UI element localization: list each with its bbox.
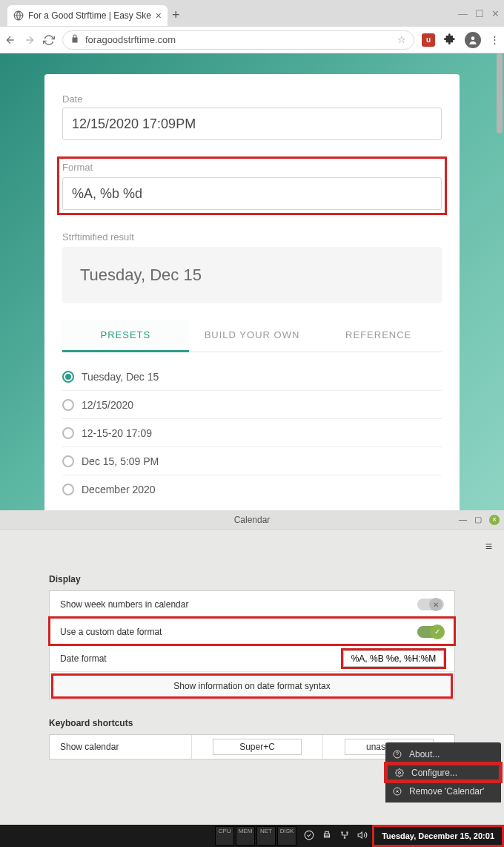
weeknums-toggle[interactable] bbox=[417, 599, 444, 610]
help-icon bbox=[393, 750, 403, 759]
display-heading: Display bbox=[49, 574, 455, 584]
kbd-heading: Keyboard shortcuts bbox=[49, 718, 455, 728]
date-input[interactable] bbox=[62, 108, 442, 140]
scrollbar[interactable] bbox=[497, 53, 503, 510]
menu-icon[interactable]: ⋮ bbox=[490, 34, 500, 45]
ctx-configure[interactable]: Configure... bbox=[385, 763, 501, 782]
remove-icon bbox=[393, 787, 403, 796]
tab-build-your-own[interactable]: BUILD YOUR OWN bbox=[189, 320, 316, 352]
window-buttons: — ☐ ✕ bbox=[458, 8, 500, 19]
preset-row[interactable]: Dec 15, 5:09 PM bbox=[62, 447, 442, 475]
preset-row[interactable]: December 2020 bbox=[62, 475, 442, 504]
info-button[interactable]: Show information on date format syntax bbox=[53, 675, 451, 697]
date-format-input[interactable] bbox=[343, 650, 444, 667]
url-text: foragoodstrftime.com bbox=[85, 34, 176, 45]
row-info: Show information on date format syntax bbox=[50, 671, 454, 699]
svg-rect-7 bbox=[341, 831, 342, 833]
tray-printer-icon[interactable] bbox=[322, 830, 332, 842]
extensions-icon[interactable] bbox=[444, 33, 456, 47]
cal-title: Calendar bbox=[234, 515, 271, 525]
presets-list: Tuesday, Dec 15 12/15/2020 12-15-20 17:0… bbox=[62, 363, 442, 504]
new-tab-button[interactable]: + bbox=[172, 7, 180, 23]
meter-disk: DISK bbox=[277, 826, 296, 846]
reload-button[interactable] bbox=[43, 34, 55, 46]
date-label: Date bbox=[62, 93, 442, 105]
row-custom-format: Use a custom date format bbox=[50, 618, 454, 645]
tray-updates-icon[interactable] bbox=[304, 830, 314, 842]
svg-rect-6 bbox=[325, 834, 330, 837]
globe-icon bbox=[13, 10, 24, 21]
tray-volume-icon[interactable] bbox=[357, 830, 368, 842]
svg-rect-8 bbox=[346, 831, 348, 833]
star-icon[interactable]: ☆ bbox=[397, 34, 406, 45]
format-label: Format bbox=[62, 162, 442, 173]
close-icon[interactable]: × bbox=[489, 515, 500, 525]
kbd-key1[interactable]: Super+C bbox=[191, 735, 323, 759]
custom-format-toggle[interactable] bbox=[417, 626, 444, 638]
address-bar[interactable]: foragoodstrftime.com ☆ bbox=[62, 30, 414, 50]
svg-point-1 bbox=[471, 36, 475, 40]
hamburger-icon[interactable]: ≡ bbox=[485, 540, 492, 553]
toolbar-right: u ⋮ bbox=[422, 32, 500, 48]
back-button[interactable] bbox=[4, 34, 16, 46]
close-tab-icon[interactable]: × bbox=[156, 10, 162, 22]
gear-icon bbox=[395, 768, 405, 777]
radio-icon bbox=[62, 455, 74, 467]
svg-point-3 bbox=[399, 771, 401, 774]
result-value: Tuesday, Dec 15 bbox=[80, 266, 202, 285]
browser-tab[interactable]: For a Good Strftime | Easy Ske × bbox=[7, 5, 168, 26]
preset-row[interactable]: 12-15-20 17:09 bbox=[62, 419, 442, 447]
meter-mem: MEM bbox=[236, 826, 255, 846]
system-tray bbox=[304, 830, 368, 842]
svg-point-5 bbox=[305, 831, 314, 840]
kbd-label: Show calendar bbox=[50, 735, 191, 759]
radio-icon bbox=[62, 371, 74, 383]
preset-row[interactable]: Tuesday, Dec 15 bbox=[62, 363, 442, 391]
row-date-format: Date format bbox=[50, 645, 454, 671]
format-input[interactable] bbox=[62, 177, 442, 210]
browser-window: For a Good Strftime | Easy Ske × + — ☐ ✕… bbox=[0, 0, 504, 510]
tray-network-icon[interactable] bbox=[339, 830, 350, 842]
tab-reference[interactable]: REFERENCE bbox=[315, 320, 442, 352]
tab-title: For a Good Strftime | Easy Ske bbox=[28, 10, 151, 21]
page-content: Date Format Strftimified result Tuesday,… bbox=[0, 53, 504, 510]
meter-cpu: CPU bbox=[215, 826, 234, 846]
page-tabs: PRESETS BUILD YOUR OWN REFERENCE bbox=[62, 320, 442, 352]
context-menu: About... Configure... Remove 'Calendar' bbox=[385, 742, 501, 802]
maximize-icon[interactable]: ▢ bbox=[474, 515, 482, 525]
format-highlight: Format bbox=[57, 156, 447, 215]
preset-row[interactable]: 12/15/2020 bbox=[62, 391, 442, 419]
close-window-icon[interactable]: ✕ bbox=[491, 8, 500, 19]
result-label: Strftimified result bbox=[62, 231, 442, 243]
minimize-icon[interactable]: — bbox=[458, 8, 468, 19]
url-bar: foragoodstrftime.com ☆ u ⋮ bbox=[0, 27, 504, 53]
svg-rect-9 bbox=[344, 837, 345, 838]
result-box: Tuesday, Dec 15 bbox=[62, 247, 442, 303]
display-panel: Show week numbers in calendar Use a cust… bbox=[49, 590, 455, 700]
radio-icon bbox=[62, 399, 74, 411]
minimize-icon[interactable]: — bbox=[459, 515, 467, 525]
system-meters[interactable]: CPU MEM NET DISK bbox=[215, 826, 296, 846]
forward-button[interactable] bbox=[24, 34, 36, 46]
maximize-icon[interactable]: ☐ bbox=[475, 8, 484, 19]
radio-icon bbox=[62, 484, 74, 495]
taskbar: CPU MEM NET DISK Tuesday, December 15, 2… bbox=[0, 825, 504, 847]
ctx-remove[interactable]: Remove 'Calendar' bbox=[385, 782, 501, 800]
cal-window-buttons: — ▢ × bbox=[459, 515, 500, 525]
tab-presets[interactable]: PRESETS bbox=[62, 320, 189, 352]
radio-icon bbox=[62, 427, 74, 439]
profile-icon[interactable] bbox=[465, 32, 481, 48]
main-card: Date Format Strftimified result Tuesday,… bbox=[44, 74, 460, 510]
row-weeknums: Show week numbers in calendar bbox=[50, 591, 454, 618]
scroll-thumb[interactable] bbox=[497, 53, 503, 134]
cal-titlebar: Calendar — ▢ × bbox=[0, 510, 504, 530]
tab-bar: For a Good Strftime | Easy Ske × + — ☐ ✕ bbox=[0, 0, 504, 27]
ctx-about[interactable]: About... bbox=[385, 745, 501, 763]
cal-body: Display Show week numbers in calendar Us… bbox=[0, 530, 504, 759]
lock-icon bbox=[70, 34, 79, 45]
taskbar-clock[interactable]: Tuesday, December 15, 20:01 bbox=[374, 827, 502, 845]
meter-net: NET bbox=[256, 826, 276, 846]
calendar-settings-window: Calendar — ▢ × ≡ Display Show week numbe… bbox=[0, 510, 504, 825]
ublock-icon[interactable]: u bbox=[422, 33, 435, 47]
